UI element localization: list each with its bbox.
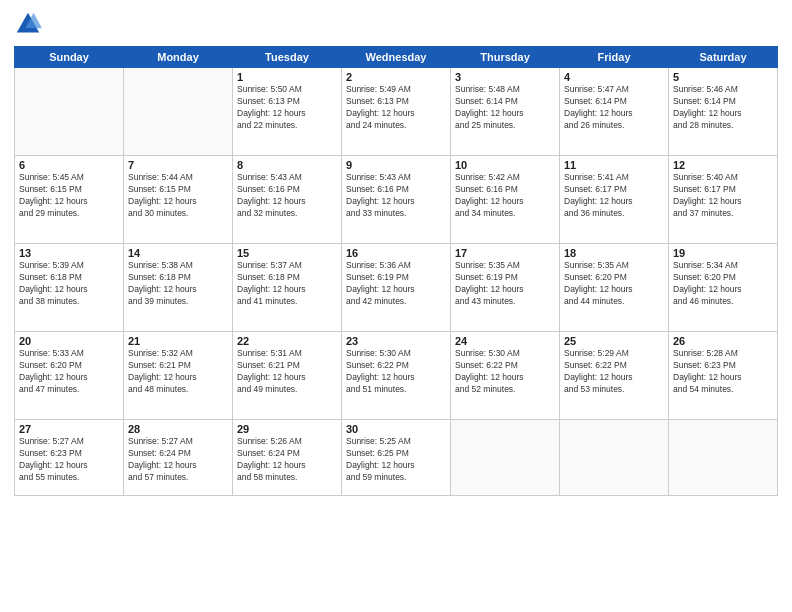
day-number: 12	[673, 159, 773, 171]
day-number: 30	[346, 423, 446, 435]
calendar-cell: 30Sunrise: 5:25 AM Sunset: 6:25 PM Dayli…	[342, 420, 451, 496]
calendar-cell: 25Sunrise: 5:29 AM Sunset: 6:22 PM Dayli…	[560, 332, 669, 420]
calendar-cell: 27Sunrise: 5:27 AM Sunset: 6:23 PM Dayli…	[15, 420, 124, 496]
day-info: Sunrise: 5:28 AM Sunset: 6:23 PM Dayligh…	[673, 348, 773, 396]
day-number: 6	[19, 159, 119, 171]
day-info: Sunrise: 5:37 AM Sunset: 6:18 PM Dayligh…	[237, 260, 337, 308]
day-number: 29	[237, 423, 337, 435]
day-number: 25	[564, 335, 664, 347]
calendar-cell: 17Sunrise: 5:35 AM Sunset: 6:19 PM Dayli…	[451, 244, 560, 332]
header	[14, 10, 778, 38]
day-number: 11	[564, 159, 664, 171]
calendar-cell: 16Sunrise: 5:36 AM Sunset: 6:19 PM Dayli…	[342, 244, 451, 332]
calendar-week-row: 6Sunrise: 5:45 AM Sunset: 6:15 PM Daylig…	[15, 156, 778, 244]
calendar-cell: 10Sunrise: 5:42 AM Sunset: 6:16 PM Dayli…	[451, 156, 560, 244]
day-info: Sunrise: 5:40 AM Sunset: 6:17 PM Dayligh…	[673, 172, 773, 220]
day-number: 13	[19, 247, 119, 259]
calendar-cell	[560, 420, 669, 496]
calendar-day-header: Monday	[124, 47, 233, 68]
calendar-cell: 4Sunrise: 5:47 AM Sunset: 6:14 PM Daylig…	[560, 68, 669, 156]
calendar-cell: 29Sunrise: 5:26 AM Sunset: 6:24 PM Dayli…	[233, 420, 342, 496]
day-info: Sunrise: 5:35 AM Sunset: 6:20 PM Dayligh…	[564, 260, 664, 308]
calendar-cell: 12Sunrise: 5:40 AM Sunset: 6:17 PM Dayli…	[669, 156, 778, 244]
day-info: Sunrise: 5:33 AM Sunset: 6:20 PM Dayligh…	[19, 348, 119, 396]
day-number: 16	[346, 247, 446, 259]
calendar: SundayMondayTuesdayWednesdayThursdayFrid…	[14, 46, 778, 496]
calendar-cell: 14Sunrise: 5:38 AM Sunset: 6:18 PM Dayli…	[124, 244, 233, 332]
day-number: 27	[19, 423, 119, 435]
day-number: 1	[237, 71, 337, 83]
day-info: Sunrise: 5:27 AM Sunset: 6:23 PM Dayligh…	[19, 436, 119, 484]
day-info: Sunrise: 5:31 AM Sunset: 6:21 PM Dayligh…	[237, 348, 337, 396]
calendar-cell: 5Sunrise: 5:46 AM Sunset: 6:14 PM Daylig…	[669, 68, 778, 156]
day-number: 9	[346, 159, 446, 171]
calendar-day-header: Wednesday	[342, 47, 451, 68]
day-info: Sunrise: 5:35 AM Sunset: 6:19 PM Dayligh…	[455, 260, 555, 308]
calendar-cell	[124, 68, 233, 156]
day-number: 22	[237, 335, 337, 347]
calendar-header-row: SundayMondayTuesdayWednesdayThursdayFrid…	[15, 47, 778, 68]
day-info: Sunrise: 5:42 AM Sunset: 6:16 PM Dayligh…	[455, 172, 555, 220]
day-number: 18	[564, 247, 664, 259]
calendar-week-row: 27Sunrise: 5:27 AM Sunset: 6:23 PM Dayli…	[15, 420, 778, 496]
day-number: 21	[128, 335, 228, 347]
calendar-cell: 15Sunrise: 5:37 AM Sunset: 6:18 PM Dayli…	[233, 244, 342, 332]
calendar-cell: 8Sunrise: 5:43 AM Sunset: 6:16 PM Daylig…	[233, 156, 342, 244]
day-number: 8	[237, 159, 337, 171]
calendar-cell: 26Sunrise: 5:28 AM Sunset: 6:23 PM Dayli…	[669, 332, 778, 420]
calendar-cell	[15, 68, 124, 156]
calendar-week-row: 1Sunrise: 5:50 AM Sunset: 6:13 PM Daylig…	[15, 68, 778, 156]
calendar-cell: 20Sunrise: 5:33 AM Sunset: 6:20 PM Dayli…	[15, 332, 124, 420]
day-info: Sunrise: 5:39 AM Sunset: 6:18 PM Dayligh…	[19, 260, 119, 308]
day-number: 4	[564, 71, 664, 83]
page: SundayMondayTuesdayWednesdayThursdayFrid…	[0, 0, 792, 612]
day-info: Sunrise: 5:48 AM Sunset: 6:14 PM Dayligh…	[455, 84, 555, 132]
calendar-cell: 24Sunrise: 5:30 AM Sunset: 6:22 PM Dayli…	[451, 332, 560, 420]
day-number: 14	[128, 247, 228, 259]
day-number: 24	[455, 335, 555, 347]
day-info: Sunrise: 5:26 AM Sunset: 6:24 PM Dayligh…	[237, 436, 337, 484]
day-number: 15	[237, 247, 337, 259]
day-info: Sunrise: 5:43 AM Sunset: 6:16 PM Dayligh…	[237, 172, 337, 220]
day-number: 26	[673, 335, 773, 347]
day-number: 19	[673, 247, 773, 259]
calendar-cell: 11Sunrise: 5:41 AM Sunset: 6:17 PM Dayli…	[560, 156, 669, 244]
day-info: Sunrise: 5:43 AM Sunset: 6:16 PM Dayligh…	[346, 172, 446, 220]
day-info: Sunrise: 5:47 AM Sunset: 6:14 PM Dayligh…	[564, 84, 664, 132]
day-number: 5	[673, 71, 773, 83]
day-info: Sunrise: 5:49 AM Sunset: 6:13 PM Dayligh…	[346, 84, 446, 132]
calendar-day-header: Sunday	[15, 47, 124, 68]
day-info: Sunrise: 5:36 AM Sunset: 6:19 PM Dayligh…	[346, 260, 446, 308]
calendar-cell: 6Sunrise: 5:45 AM Sunset: 6:15 PM Daylig…	[15, 156, 124, 244]
calendar-day-header: Tuesday	[233, 47, 342, 68]
day-number: 2	[346, 71, 446, 83]
day-info: Sunrise: 5:30 AM Sunset: 6:22 PM Dayligh…	[455, 348, 555, 396]
calendar-week-row: 13Sunrise: 5:39 AM Sunset: 6:18 PM Dayli…	[15, 244, 778, 332]
day-number: 20	[19, 335, 119, 347]
calendar-cell: 13Sunrise: 5:39 AM Sunset: 6:18 PM Dayli…	[15, 244, 124, 332]
day-info: Sunrise: 5:50 AM Sunset: 6:13 PM Dayligh…	[237, 84, 337, 132]
logo-icon	[14, 10, 42, 38]
calendar-cell: 7Sunrise: 5:44 AM Sunset: 6:15 PM Daylig…	[124, 156, 233, 244]
day-number: 28	[128, 423, 228, 435]
day-number: 10	[455, 159, 555, 171]
day-info: Sunrise: 5:44 AM Sunset: 6:15 PM Dayligh…	[128, 172, 228, 220]
calendar-cell: 19Sunrise: 5:34 AM Sunset: 6:20 PM Dayli…	[669, 244, 778, 332]
day-info: Sunrise: 5:38 AM Sunset: 6:18 PM Dayligh…	[128, 260, 228, 308]
calendar-day-header: Thursday	[451, 47, 560, 68]
day-number: 23	[346, 335, 446, 347]
day-info: Sunrise: 5:32 AM Sunset: 6:21 PM Dayligh…	[128, 348, 228, 396]
logo	[14, 10, 46, 38]
calendar-cell: 21Sunrise: 5:32 AM Sunset: 6:21 PM Dayli…	[124, 332, 233, 420]
day-info: Sunrise: 5:34 AM Sunset: 6:20 PM Dayligh…	[673, 260, 773, 308]
calendar-cell: 9Sunrise: 5:43 AM Sunset: 6:16 PM Daylig…	[342, 156, 451, 244]
day-number: 3	[455, 71, 555, 83]
day-info: Sunrise: 5:46 AM Sunset: 6:14 PM Dayligh…	[673, 84, 773, 132]
calendar-cell	[451, 420, 560, 496]
day-info: Sunrise: 5:41 AM Sunset: 6:17 PM Dayligh…	[564, 172, 664, 220]
calendar-cell: 28Sunrise: 5:27 AM Sunset: 6:24 PM Dayli…	[124, 420, 233, 496]
day-number: 7	[128, 159, 228, 171]
calendar-cell	[669, 420, 778, 496]
calendar-week-row: 20Sunrise: 5:33 AM Sunset: 6:20 PM Dayli…	[15, 332, 778, 420]
day-info: Sunrise: 5:27 AM Sunset: 6:24 PM Dayligh…	[128, 436, 228, 484]
